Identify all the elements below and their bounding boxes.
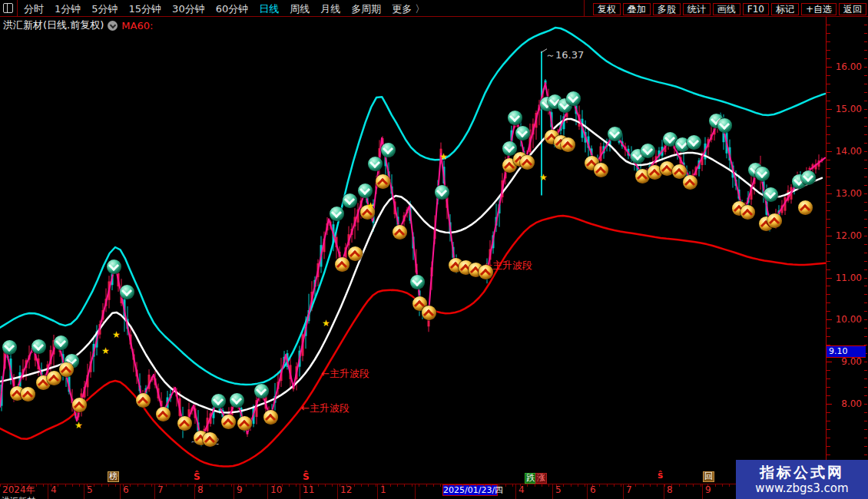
toolbar-button-F10[interactable]: F10 <box>743 3 769 15</box>
y-axis-label: 8.00 <box>827 398 868 410</box>
toolbar-button-叠加[interactable]: 叠加 <box>623 3 651 15</box>
chart-title-bar: 洪汇新材(日线.前复权) MA60: <box>3 18 153 32</box>
x-axis-label: 2024年 <box>2 485 35 495</box>
x-axis-label: 5 <box>87 485 93 495</box>
x-axis-label: 7 <box>157 485 164 495</box>
chevron-down-icon[interactable] <box>108 21 118 31</box>
toolbar-button-复权[interactable]: 复权 <box>593 3 621 15</box>
period-item-更多 〉[interactable]: 更多 〉 <box>392 3 425 15</box>
y-axis-label: 16.00 <box>827 61 868 73</box>
x-axis-label: 7 <box>626 485 632 495</box>
ma60-label: MA60: <box>121 20 153 31</box>
period-menu: 分时1分钟5分钟15分钟30分钟60分钟日线周线月线多周期更多 〉 <box>24 1 436 16</box>
y-axis-label: 12.00 <box>827 230 868 242</box>
x-axis-label: 6 <box>123 485 129 495</box>
x-axis-label: 8 <box>667 485 673 495</box>
x-axis-label: 6 <box>590 485 596 495</box>
toolbar-button-多股[interactable]: 多股 <box>653 3 681 15</box>
selected-date-label: 2025/01/23/四 <box>442 484 498 496</box>
next-panel-title-clipped: 洪汇新材 <box>2 496 35 499</box>
y-axis-label: 13.00 <box>827 187 868 200</box>
x-axis-label: 12 <box>340 485 352 495</box>
watermark: 指标公式网 www.zbgs3.com <box>736 460 868 499</box>
main-chart[interactable]: ～16.37←主升波段←主升波段←主升波段～7.12 <box>0 0 868 499</box>
chart-annotation: ←主升波段 <box>301 402 350 414</box>
toolbar-button-返回[interactable]: 返回 <box>839 3 866 15</box>
toolbar-divider <box>17 0 18 16</box>
period-item-1分钟[interactable]: 1分钟 <box>55 3 81 15</box>
x-axis-label: 10 <box>270 485 282 495</box>
period-item-日线[interactable]: 日线 <box>259 3 279 15</box>
crosshair-price-label: 9.10 <box>827 345 866 358</box>
toolbar-button-+自选[interactable]: +自选 <box>801 3 837 15</box>
toolbar-buttons: 复权叠加多股统计画线F10标记+自选返回 <box>591 1 868 15</box>
price-axis: 16.0015.0014.0013.0012.0011.0010.009.008… <box>826 17 868 484</box>
toolbar-button-标记[interactable]: 标记 <box>771 3 799 15</box>
chart-annotation: ←主升波段 <box>321 368 369 379</box>
period-item-5分钟[interactable]: 5分钟 <box>91 3 118 15</box>
x-axis-label: 4 <box>518 485 525 495</box>
period-item-月线[interactable]: 月线 <box>320 3 340 15</box>
x-axis-label: 9 <box>705 485 711 495</box>
y-axis-label: 11.00 <box>827 272 868 284</box>
period-item-周线[interactable]: 周线 <box>290 3 310 15</box>
y-axis-label: 14.00 <box>827 145 868 157</box>
app-window: 分时1分钟5分钟15分钟30分钟60分钟日线周线月线多周期更多 〉 复权叠加多股… <box>0 0 868 499</box>
period-item-60分钟[interactable]: 60分钟 <box>216 3 249 15</box>
x-axis-label: 1 <box>380 485 386 495</box>
toolbar-button-统计[interactable]: 统计 <box>683 3 711 15</box>
period-item-30分钟[interactable]: 30分钟 <box>172 3 205 15</box>
x-axis-label: 9 <box>237 485 243 495</box>
y-axis-label: 15.00 <box>827 103 868 115</box>
chart-annotation: ～16.37 <box>545 49 584 61</box>
x-axis-label: 4 <box>51 485 57 495</box>
x-axis-label: 8 <box>197 485 204 495</box>
chart-annotation: ～7.12 <box>190 436 220 447</box>
stock-title: 洪汇新材(日线.前复权) <box>3 18 104 32</box>
period-item-分时[interactable]: 分时 <box>24 3 44 15</box>
panel-toggle-icon[interactable] <box>3 3 13 13</box>
y-axis-label: 10.00 <box>827 313 868 326</box>
toolbar-divider <box>584 0 585 16</box>
chart-annotation: ←主升波段 <box>484 259 532 271</box>
x-axis-label: 11 <box>303 485 314 495</box>
period-item-多周期[interactable]: 多周期 <box>351 3 381 15</box>
watermark-site-url: www.zbgs3.com <box>736 481 868 496</box>
watermark-site-name: 指标公式网 <box>736 464 868 481</box>
toolbar-button-画线[interactable]: 画线 <box>713 3 740 15</box>
top-toolbar: 分时1分钟5分钟15分钟30分钟60分钟日线周线月线多周期更多 〉 复权叠加多股… <box>0 0 868 17</box>
period-item-15分钟[interactable]: 15分钟 <box>129 3 162 15</box>
x-axis-label: 5 <box>555 485 562 495</box>
